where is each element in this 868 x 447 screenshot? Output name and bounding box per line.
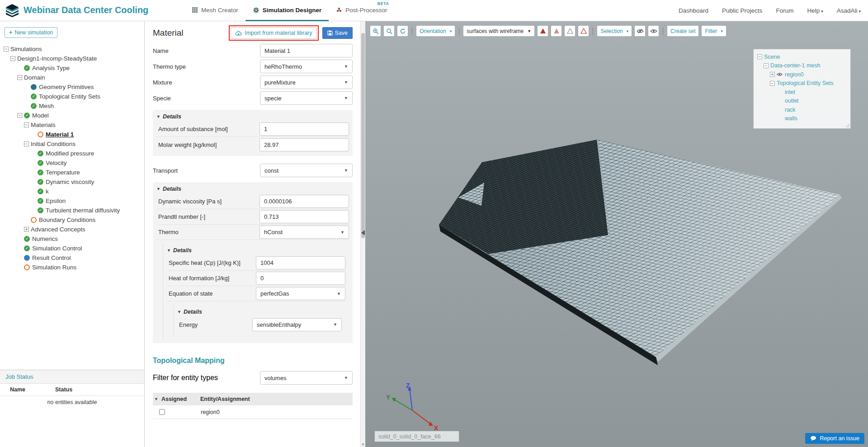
- specie-select[interactable]: specie▼: [260, 91, 353, 105]
- tree-item-simulation-control[interactable]: Simulation Control: [0, 244, 144, 253]
- scene-item-walls[interactable]: walls: [757, 114, 847, 123]
- resize-handle-icon[interactable]: [845, 123, 850, 128]
- tree-item-model[interactable]: Model: [0, 111, 144, 120]
- tree-item-material-1[interactable]: Material 1: [0, 130, 144, 139]
- nav-forum[interactable]: Forum: [776, 7, 793, 14]
- scene-item-outlet[interactable]: outlet: [757, 97, 847, 106]
- table-row[interactable]: region0: [153, 405, 353, 419]
- tree-item-temperature[interactable]: Temperature: [0, 168, 144, 177]
- tree-item-epsilon[interactable]: Epsilon: [0, 196, 144, 206]
- equation-of-state-select[interactable]: perfectGas▼: [256, 287, 345, 300]
- tree-item-simulations[interactable]: Simulations: [0, 44, 144, 54]
- tree-expander-icon[interactable]: [24, 141, 29, 146]
- entity-type-filter-select[interactable]: volumes▼: [260, 371, 353, 385]
- tab-simulation-designer[interactable]: Simulation Designer: [245, 0, 329, 21]
- name-input[interactable]: [260, 44, 353, 57]
- orientation-dropdown[interactable]: Orientation▾: [416, 25, 455, 37]
- tree-expander-icon[interactable]: [24, 227, 29, 232]
- triangle-down-icon[interactable]: ▼: [154, 397, 158, 401]
- prandtl-number-input[interactable]: [259, 210, 349, 223]
- scene-item-topological-entity-sets[interactable]: Topological Entity Sets: [757, 79, 847, 88]
- tree-item-topological-entity-sets[interactable]: Topological Entity Sets: [0, 92, 144, 101]
- tree-item-modified-pressure[interactable]: Modified pressure: [0, 149, 144, 158]
- thermo-select[interactable]: hConst▼: [259, 226, 349, 239]
- mesh-quality-button-1[interactable]: [537, 25, 548, 37]
- mesh-quality-button-3[interactable]: [564, 25, 576, 37]
- selection-dropdown[interactable]: Selection▾: [597, 25, 632, 37]
- tree-item-turbulent-thermal-diffusivity[interactable]: Turbulent thermal diffusivity: [0, 206, 144, 215]
- mixture-select[interactable]: pureMixture▼: [260, 75, 353, 89]
- hide-selected-button[interactable]: [634, 25, 646, 37]
- heat-of-formation-input[interactable]: [256, 272, 345, 285]
- tree-item-numerics[interactable]: Numerics: [0, 234, 144, 244]
- tree-item-geometry-primitives[interactable]: Geometry Primitives: [0, 82, 144, 92]
- assign-checkbox[interactable]: [159, 409, 165, 415]
- tree-expander-icon[interactable]: [17, 75, 22, 80]
- scene-item-region0[interactable]: region0: [757, 70, 847, 79]
- nav-public-projects[interactable]: Public Projects: [722, 7, 762, 14]
- new-simulation-button[interactable]: New simulation: [5, 27, 57, 38]
- details-toggle[interactable]: ▼Details: [156, 185, 349, 194]
- panel-collapse-handle[interactable]: [361, 230, 365, 235]
- tree-expander-icon[interactable]: [10, 56, 15, 61]
- filter-dropdown[interactable]: Filter▾: [701, 25, 726, 37]
- report-issue-button[interactable]: Report an issue: [805, 433, 864, 444]
- energy-select[interactable]: sensibleEnthalpy▼: [252, 318, 342, 331]
- tree-expander-icon[interactable]: [17, 113, 22, 118]
- transport-select[interactable]: const▼: [260, 164, 353, 177]
- nav-dashboard[interactable]: Dashboard: [679, 7, 708, 14]
- scene-item-inlet[interactable]: inlet: [757, 88, 847, 97]
- zoom-extents-button[interactable]: [383, 25, 395, 37]
- molar-weight-input[interactable]: [259, 138, 349, 151]
- panel-scrollbar[interactable]: ▼: [360, 21, 365, 447]
- specific-heat-input[interactable]: [256, 256, 345, 269]
- show-all-button[interactable]: [648, 25, 659, 37]
- tree-item-mesh[interactable]: Mesh: [0, 101, 144, 111]
- tree-item-advanced-concepts[interactable]: Advanced Concepts: [0, 225, 144, 234]
- details-toggle[interactable]: ▼Details: [167, 246, 345, 255]
- tree-item-domain[interactable]: Domain: [0, 73, 144, 82]
- tree-item-initial-conditions[interactable]: Initial Conditions: [0, 139, 144, 149]
- tree-expander-icon[interactable]: [757, 54, 762, 59]
- import-material-library-button[interactable]: Import from material library: [231, 27, 316, 39]
- tree-item-boundary-conditions[interactable]: Boundary Conditions: [0, 215, 144, 225]
- tree-expander-icon[interactable]: [764, 63, 769, 68]
- nav-help[interactable]: Help▾: [807, 7, 823, 14]
- amount-of-substance-input[interactable]: [259, 122, 349, 136]
- nav-user-menu[interactable]: AsadAli▾: [837, 7, 861, 14]
- tree-item-materials[interactable]: Materials: [0, 120, 144, 130]
- mesh-quality-button-4[interactable]: [578, 25, 589, 37]
- tree-item-k[interactable]: k: [0, 187, 144, 196]
- tree-expander-icon[interactable]: [4, 47, 9, 52]
- scene-item-rack[interactable]: rack: [757, 105, 847, 114]
- details-toggle[interactable]: ▼Details: [177, 308, 342, 317]
- create-set-button[interactable]: Create set: [667, 25, 699, 37]
- dynamic-viscosity-input[interactable]: [259, 195, 349, 208]
- tree-expander-icon[interactable]: [770, 81, 775, 86]
- tree-item-result-control[interactable]: Result Control: [0, 253, 144, 263]
- tree-item-design1[interactable]: Design1-Incomp-SteadyState: [0, 54, 144, 63]
- check-icon: [24, 113, 30, 118]
- chevron-down-icon: ▼: [337, 292, 341, 296]
- eye-icon[interactable]: [777, 72, 783, 76]
- save-button[interactable]: Save: [322, 27, 353, 39]
- scrollbar-thumb[interactable]: [361, 33, 365, 238]
- tree-item-dynamic-viscosity[interactable]: Dynamic viscosity: [0, 177, 144, 187]
- thermo-type-select[interactable]: heRhoThermo▼: [260, 60, 353, 73]
- mesh-quality-button-2[interactable]: [551, 25, 562, 37]
- scene-item-scene[interactable]: Scene: [757, 52, 847, 61]
- zoom-in-button[interactable]: [370, 25, 381, 37]
- scene-item-data-center-mesh[interactable]: Data-center-1 mesh: [757, 61, 847, 71]
- tree-item-analysis-type[interactable]: Analysis Type: [0, 63, 144, 73]
- scroll-down-arrow-icon[interactable]: ▼: [361, 442, 365, 447]
- app-logo[interactable]: [5, 4, 20, 17]
- tree-item-velocity[interactable]: Velocity: [0, 158, 144, 168]
- tree-expander-icon[interactable]: [770, 72, 775, 77]
- render-mode-select[interactable]: surfaces with wireframe▼: [463, 25, 535, 37]
- tab-post-processor[interactable]: Post-Processor BETA: [329, 0, 394, 21]
- reset-view-button[interactable]: [397, 25, 408, 37]
- tree-item-simulation-runs[interactable]: Simulation Runs: [0, 263, 144, 272]
- tree-expander-icon[interactable]: [24, 122, 29, 127]
- details-toggle[interactable]: ▼Details: [156, 113, 349, 122]
- tab-mesh-creator[interactable]: Mesh Creator: [184, 0, 245, 21]
